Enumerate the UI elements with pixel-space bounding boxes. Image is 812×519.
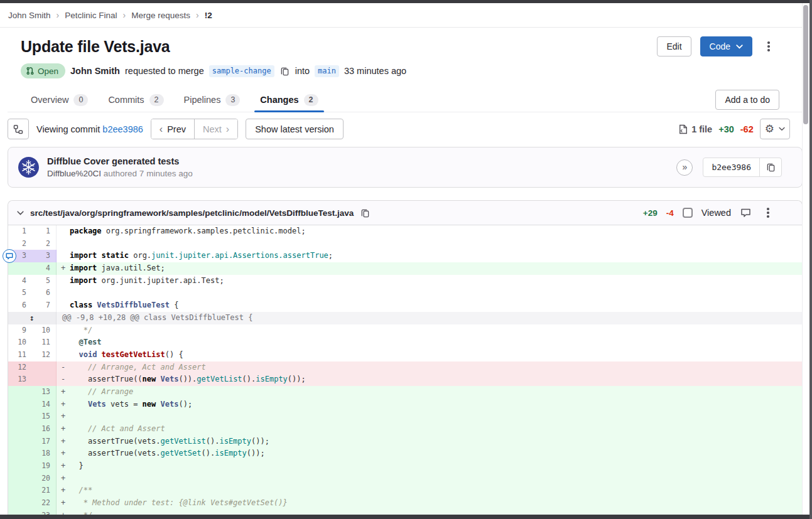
line-number-old[interactable]: 1 xyxy=(8,225,32,238)
file-browser-toggle-button[interactable] xyxy=(8,119,29,139)
viewed-checkbox[interactable] xyxy=(683,208,693,218)
line-number-new[interactable]: 18 xyxy=(32,447,56,460)
next-label: Next xyxy=(203,124,222,134)
breadcrumb-merge-requests[interactable]: Merge requests xyxy=(131,11,190,20)
code-dropdown-button[interactable]: Code xyxy=(700,36,752,56)
copy-branch-button[interactable] xyxy=(279,67,290,76)
line-number-new[interactable]: 11 xyxy=(32,336,56,349)
page-title: Update file Vets.java xyxy=(21,38,170,56)
line-number-new[interactable]: 1 xyxy=(32,225,56,238)
mr-author[interactable]: John Smith xyxy=(70,66,120,76)
line-number-new[interactable]: 7 xyxy=(32,299,56,312)
line-number-new[interactable]: 5 xyxy=(32,275,56,287)
code-token: void xyxy=(78,349,97,361)
target-branch-label[interactable]: main xyxy=(315,65,339,77)
line-number-old[interactable] xyxy=(8,436,32,448)
line-number-old[interactable]: 13 xyxy=(8,373,32,386)
file-comment-button[interactable] xyxy=(740,208,752,218)
line-number-old[interactable]: 11 xyxy=(8,349,32,361)
diff-marker xyxy=(57,225,70,238)
code-token: (). xyxy=(206,436,220,448)
line-number-new[interactable]: 2 xyxy=(32,238,56,250)
next-commit-button[interactable]: Next › xyxy=(195,119,237,139)
line-number-old[interactable] xyxy=(8,497,32,510)
line-number-new[interactable] xyxy=(32,361,56,374)
collapse-file-chevron-icon[interactable] xyxy=(17,211,24,215)
line-number-new[interactable]: 14 xyxy=(32,399,56,411)
breadcrumb: John Smith › Petclinic Final › Merge req… xyxy=(0,3,812,28)
commit-title[interactable]: Diffblue Cover generated tests xyxy=(47,156,193,166)
prev-commit-button[interactable]: ‹ Prev xyxy=(151,119,195,139)
diff-row-removed: 13- assertTrue((new Vets()).getVetList()… xyxy=(8,373,802,386)
line-number-new[interactable]: 16 xyxy=(32,423,56,436)
code-line: + // Act and Assert xyxy=(56,423,802,436)
copy-icon xyxy=(766,163,776,172)
edit-button[interactable]: Edit xyxy=(657,36,691,56)
line-number-new[interactable]: 4 xyxy=(32,262,56,275)
file-path[interactable]: src/test/java/org/springframework/sample… xyxy=(30,208,354,218)
expand-commit-button[interactable]: » xyxy=(676,159,693,176)
line-number-old[interactable] xyxy=(8,484,32,497)
breadcrumb-project[interactable]: Petclinic Final xyxy=(65,11,117,20)
code-token: ()); xyxy=(247,447,265,460)
file-options-button[interactable] xyxy=(761,203,776,223)
window-edge-top xyxy=(0,0,812,3)
show-latest-version-button[interactable]: Show latest version xyxy=(246,119,344,139)
line-number-new[interactable]: 22 xyxy=(32,497,56,510)
tab-commits[interactable]: Commits 2 xyxy=(98,88,173,112)
code-token: junit.jupiter.api.Assertions.assertTrue xyxy=(151,250,328,262)
line-number-old[interactable] xyxy=(8,423,32,436)
scrollbar-thumb[interactable] xyxy=(803,5,808,124)
commit-byline: Diffblue%20CI authored 7 minutes ago xyxy=(47,169,193,178)
line-number-old[interactable]: 3 xyxy=(8,250,32,262)
breadcrumb-project-owner[interactable]: John Smith xyxy=(8,11,51,20)
merge-request-page: John Smith › Petclinic Final › Merge req… xyxy=(0,0,812,519)
line-number-old[interactable] xyxy=(8,399,32,411)
line-number-old[interactable]: 2 xyxy=(8,238,32,250)
tab-overview[interactable]: Overview 0 xyxy=(21,88,98,112)
add-todo-button[interactable]: Add a to do xyxy=(715,90,779,110)
line-number-new[interactable]: 13 xyxy=(32,386,56,399)
commit-sha-link[interactable]: b2ee3986 xyxy=(102,124,143,134)
tab-pipelines[interactable]: Pipelines 3 xyxy=(174,88,251,112)
diff-marker xyxy=(57,238,70,250)
commit-author[interactable]: Diffblue%20CI xyxy=(47,169,101,178)
line-number-new[interactable]: 17 xyxy=(32,436,56,448)
line-number-new[interactable]: 19 xyxy=(32,460,56,473)
hunk-header-text: @@ -9,8 +10,28 @@ class VetsDiffblueTest… xyxy=(62,312,252,324)
line-number-old[interactable]: 9 xyxy=(8,324,32,337)
tab-changes[interactable]: Changes 2 xyxy=(250,88,328,112)
line-number-old[interactable] xyxy=(8,447,32,460)
line-number-old[interactable]: 4 xyxy=(8,275,32,287)
line-number-new[interactable]: 21 xyxy=(32,484,56,497)
line-number-old[interactable]: 5 xyxy=(8,287,32,299)
copy-sha-button[interactable] xyxy=(760,158,781,176)
mr-more-actions-button[interactable] xyxy=(761,36,776,56)
line-number-new[interactable]: 20 xyxy=(32,473,56,485)
line-number-new[interactable] xyxy=(32,373,56,386)
line-number-new[interactable]: 15 xyxy=(32,410,56,423)
line-number-old[interactable]: 6 xyxy=(8,299,32,312)
code-token: getVetList xyxy=(161,436,206,448)
line-number-old[interactable] xyxy=(8,460,32,473)
diff-settings-dropdown[interactable]: ⚙ xyxy=(760,119,790,139)
line-number-old[interactable]: 12 xyxy=(8,361,32,374)
code-token: isEmpty xyxy=(219,436,251,448)
expand-lines-button[interactable]: ↕ xyxy=(8,312,56,324)
line-number-old[interactable] xyxy=(8,262,32,275)
line-number-new[interactable]: 6 xyxy=(32,287,56,299)
line-number-new[interactable]: 10 xyxy=(32,324,56,337)
source-branch-label[interactable]: sample-change xyxy=(209,65,274,77)
line-number-old[interactable]: 10 xyxy=(8,336,32,349)
chevron-down-icon xyxy=(736,45,743,49)
window-edge-bottom xyxy=(0,515,812,519)
comment-indicator-icon[interactable] xyxy=(3,249,16,263)
code-token: @Test xyxy=(70,336,102,349)
line-number-old[interactable] xyxy=(8,410,32,423)
copy-file-path-button[interactable] xyxy=(360,208,371,218)
code-token: ()); xyxy=(288,373,306,386)
line-number-old[interactable] xyxy=(8,386,32,399)
line-number-new[interactable]: 12 xyxy=(32,349,56,361)
line-number-new[interactable]: 3 xyxy=(32,250,56,262)
line-number-old[interactable] xyxy=(8,473,32,485)
